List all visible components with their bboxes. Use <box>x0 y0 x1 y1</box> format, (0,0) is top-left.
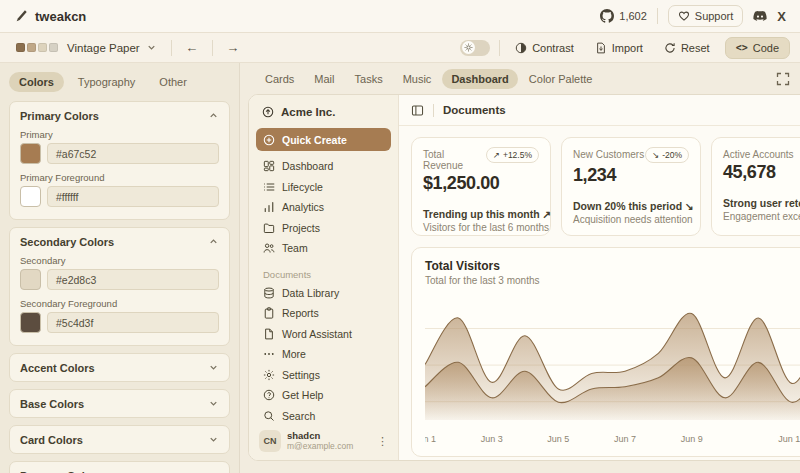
tab-colors[interactable]: Colors <box>9 72 64 92</box>
x-axis-tick: Jun 7 <box>614 434 636 444</box>
section-header[interactable]: Secondary Colors <box>20 228 219 255</box>
sidebar-item-label: Word Assistant <box>282 328 352 340</box>
tab-tasks[interactable]: Tasks <box>346 69 392 89</box>
panel-left-icon[interactable] <box>411 104 424 117</box>
color-swatch[interactable] <box>20 312 41 333</box>
user-name: shadcn <box>287 431 353 442</box>
code-button[interactable]: <> Code <box>725 37 790 59</box>
documents-section-label: Documents <box>256 259 391 283</box>
support-button[interactable]: Support <box>668 5 744 27</box>
folder-icon <box>263 222 275 234</box>
org-switcher[interactable]: Acme Inc. <box>256 102 391 122</box>
sidebar-item-get-help[interactable]: Get Help <box>256 385 391 406</box>
total-visitors-chart-card: Total Visitors Total for the last 3 mont… <box>411 247 800 457</box>
brand-name: tweakcn <box>35 9 86 24</box>
import-file-icon <box>595 42 607 54</box>
page-title: Documents <box>443 104 506 116</box>
brand[interactable]: tweakcn <box>14 9 86 24</box>
sidebar-item-label: Dashboard <box>282 160 333 172</box>
sidebar-item-reports[interactable]: Reports <box>256 303 391 324</box>
color-swatch[interactable] <box>20 143 41 164</box>
tab-music[interactable]: Music <box>394 69 441 89</box>
fullscreen-icon[interactable] <box>776 72 790 86</box>
sidebar-item-settings[interactable]: Settings <box>256 365 391 386</box>
chart-subtitle: Total for the last 3 months <box>425 275 800 286</box>
discord-icon[interactable] <box>753 9 767 23</box>
tab-other[interactable]: Other <box>149 72 197 92</box>
section-header[interactable]: Popover Colors <box>20 462 219 473</box>
sidebar-item-word-assistant[interactable]: Word Assistant <box>256 324 391 345</box>
sidebar-item-projects[interactable]: Projects <box>256 218 391 239</box>
sun-icon <box>464 43 473 52</box>
x-twitter-icon[interactable]: X <box>777 9 786 24</box>
color-swatch[interactable] <box>20 186 41 207</box>
user-menu[interactable]: CN shadcn m@example.com ⋮ <box>256 426 391 452</box>
tab-cards[interactable]: Cards <box>256 69 303 89</box>
trend-up-icon: ↗ <box>493 150 500 160</box>
import-button[interactable]: Import <box>589 38 649 58</box>
x-axis-tick: Jun 12 <box>778 434 800 444</box>
trend-up-icon: ↗ <box>543 208 552 220</box>
undo-button[interactable]: ← <box>180 38 204 58</box>
color-swatch[interactable] <box>20 269 41 290</box>
stat-line1: Down 20% this period ↘ <box>573 200 689 212</box>
area-chart: Jun 1Jun 3Jun 5Jun 7Jun 9Jun 12Jun 15Jun… <box>425 292 800 454</box>
redo-button[interactable]: → <box>221 38 245 58</box>
sidebar-item-team[interactable]: Team <box>256 238 391 259</box>
import-label: Import <box>612 42 643 54</box>
divider <box>212 40 213 56</box>
trend-down-icon: ↘ <box>652 150 659 160</box>
section-title: Secondary Colors <box>20 236 114 248</box>
divider <box>171 40 172 56</box>
list-icon <box>263 181 275 193</box>
sidebar-item-dashboard[interactable]: Dashboard <box>256 156 391 177</box>
theme-selector[interactable]: Vintage Paper <box>10 39 163 57</box>
sidebar-item-label: Projects <box>282 222 320 234</box>
color-value-input[interactable]: #5c4d3f <box>47 312 219 333</box>
tab-typography[interactable]: Typography <box>68 72 145 92</box>
stat-card-total-revenue: Total Revenue ↗ +12.5% $1,250.00 Trendin… <box>411 137 551 236</box>
theme-mode-toggle[interactable] <box>460 40 490 56</box>
chevron-down-icon <box>208 398 219 409</box>
kebab-menu-icon[interactable]: ⋮ <box>377 435 388 448</box>
section-secondary-colors: Secondary Colors Secondary #e2d8c3 Secon… <box>9 227 230 346</box>
sidebar-item-more[interactable]: More <box>256 344 391 365</box>
theme-toolbar: Vintage Paper ← → <box>0 33 800 63</box>
color-value-input[interactable]: #e2d8c3 <box>47 269 219 290</box>
section-header[interactable]: Card Colors <box>20 426 219 453</box>
trend-badge: ↗ +12.5% <box>486 147 539 163</box>
x-axis-tick: Jun 9 <box>681 434 703 444</box>
contrast-button[interactable]: Contrast <box>509 38 580 58</box>
clipboard-icon <box>263 307 275 319</box>
tab-color-palette[interactable]: Color Palette <box>520 69 602 89</box>
quick-create-button[interactable]: Quick Create <box>256 128 391 151</box>
section-header[interactable]: Primary Colors <box>20 102 219 129</box>
sidebar-item-data-library[interactable]: Data Library <box>256 283 391 304</box>
sidebar-item-lifecycle[interactable]: Lifecycle <box>256 177 391 198</box>
github-stars[interactable]: 1,602 <box>600 9 647 23</box>
section-header[interactable]: Accent Colors <box>20 354 219 381</box>
sidebar-item-search[interactable]: Search <box>256 406 391 427</box>
color-value-input[interactable]: #ffffff <box>47 186 219 207</box>
tweakcn-logo-icon <box>14 9 28 23</box>
tab-mail[interactable]: Mail <box>305 69 343 89</box>
x-axis-tick: Jun 3 <box>481 434 503 444</box>
field-label: Primary Foreground <box>20 172 219 183</box>
file-icon <box>263 328 275 340</box>
trend-down-icon: ↘ <box>685 200 694 212</box>
stat-card-active-accounts: Active Accounts 45,678 Strong user reten… <box>711 137 800 236</box>
section-title: Accent Colors <box>20 362 95 374</box>
tab-dashboard[interactable]: Dashboard <box>442 69 517 89</box>
field-label: Primary <box>20 129 219 140</box>
theme-swatch-2 <box>27 43 36 52</box>
color-value-input[interactable]: #a67c52 <box>47 143 219 164</box>
stat-line2: Engagement exceed targets <box>723 211 800 222</box>
contrast-label: Contrast <box>532 42 574 54</box>
chevron-down-icon <box>146 42 157 53</box>
theme-editor-panel: Colors Typography Other Primary Colors P… <box>0 63 240 473</box>
top-navbar: tweakcn 1,602 Support X <box>0 0 800 33</box>
sidebar-item-analytics[interactable]: Analytics <box>256 197 391 218</box>
section-header[interactable]: Base Colors <box>20 390 219 417</box>
reset-button[interactable]: Reset <box>658 38 716 58</box>
stat-line2: Acquisition needs attention <box>573 214 689 225</box>
